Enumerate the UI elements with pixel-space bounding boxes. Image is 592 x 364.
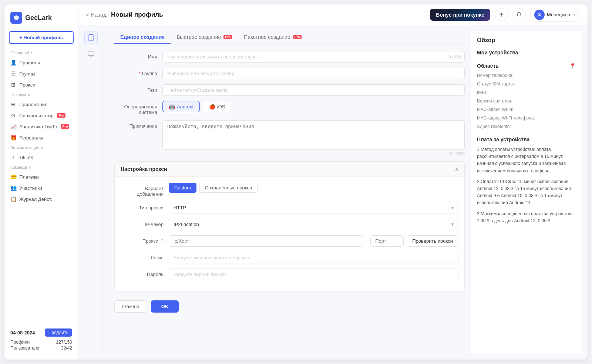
proxy-section-body: Вариант добавления Custom Сохраненные пр… [115, 177, 464, 291]
sync-pro-badge: Pro [57, 113, 65, 118]
promo-banner[interactable]: Бонус при покупке [430, 9, 490, 21]
new-profile-button[interactable]: + Новый профиль [9, 31, 74, 44]
sync-icon: ⊙ [10, 112, 16, 118]
sidebar-item-referrals[interactable]: 🎁 Рефералы [4, 132, 78, 143]
proxy-type-label: Тип прокси [121, 202, 169, 210]
back-link[interactable]: < Назад [86, 11, 107, 18]
custom-method-btn[interactable]: Custom [169, 183, 196, 193]
sidebar-item-proxy[interactable]: ⊞ Прокси [4, 79, 78, 90]
os-android-btn[interactable]: 🤖 Android [162, 101, 200, 112]
group-row: Группа [114, 68, 465, 79]
group-input[interactable] [162, 68, 465, 79]
logo-text: GeeLark [25, 14, 52, 22]
sidebar-item-tiktok[interactable]: ♪ TikTok [4, 152, 78, 163]
device-tab-desktop[interactable] [84, 47, 98, 61]
user-menu-chevron: ▼ [572, 13, 576, 17]
content-area: < Назад / Новый профиль Бонус при покупк… [78, 4, 588, 360]
os-buttons: 🤖 Android 🍎 iOS [162, 101, 465, 112]
os-row: Операционнаясистема 🤖 Android 🍎 iOS [114, 101, 465, 115]
proxy-icon: ⊞ [10, 82, 16, 88]
ip-checker-row: IP-чекер IP2Location ipinfo.io ip-api.co… [121, 219, 458, 230]
login-control [169, 252, 458, 263]
sidebar-stats: Профили 127/150 Пользователи 39/42 [10, 340, 72, 351]
add-method-label: Вариант добавления [121, 183, 169, 197]
proxy-help-icon[interactable]: ? [161, 238, 164, 244]
tab-quick-creation[interactable]: Быстрое создание Pro [171, 31, 238, 44]
payments-icon: 💳 [10, 174, 16, 180]
tab-single-creation[interactable]: Единое создание [114, 31, 171, 44]
my-devices-title: Мои устройства [477, 50, 576, 55]
profiles-icon: 👤 [10, 60, 16, 65]
activity-icon: 📋 [10, 196, 16, 202]
group-control [162, 68, 465, 79]
proxy-section-header[interactable]: Настройка прокси ∧ [115, 162, 464, 177]
referrals-icon: 🎁 [10, 135, 16, 141]
ok-button[interactable]: OK [151, 300, 179, 313]
notes-textarea[interactable] [162, 120, 465, 150]
location-icon: 📍 [569, 63, 576, 69]
login-input[interactable] [169, 252, 458, 263]
os-version-row: Версия системы: [477, 98, 576, 104]
proxy-port-input[interactable] [370, 235, 404, 247]
notifications-button[interactable] [512, 8, 526, 21]
sidebar-item-profiles[interactable]: 👤 Профили [4, 57, 78, 68]
wifi-mac-row: MAC-адрес Wi-Fi: [477, 107, 576, 112]
proxy-collapse-icon: ∧ [455, 166, 458, 172]
name-row: Имя 0 / 100 [114, 51, 465, 63]
top-header: < Назад / Новый профиль Бонус при покупк… [78, 4, 588, 25]
wifi-mac-phone-row: MAC-адрес Wi-Fi телефона: [477, 115, 576, 121]
phone-number-row: Номер телефона: [477, 73, 576, 78]
password-control [169, 269, 458, 280]
quick-pro-badge: Pro [223, 35, 232, 39]
region-title: Область 📍 [477, 63, 576, 69]
wifi-mac-label: MAC-адрес Wi-Fi: [477, 107, 513, 112]
name-input[interactable] [162, 51, 465, 63]
tags-input[interactable] [162, 84, 465, 96]
proxy-host-input[interactable] [169, 235, 363, 247]
os-ios-btn[interactable]: 🍎 iOS [203, 101, 232, 112]
sim-status-row: Статус SIM-карты: [477, 81, 576, 87]
tab-batch-creation[interactable]: Пакетное создание Pro [238, 31, 307, 44]
sidebar-item-analytics[interactable]: 📈 Аналитика ТикТо Pro [4, 121, 78, 132]
sidebar-date: 04-08-2024 [10, 330, 35, 336]
os-label: Операционнаясистема [114, 101, 162, 115]
main-body: Единое создание Быстрое создание Pro Пак… [78, 25, 588, 360]
right-panel: Обзор Мои устройства Область 📍 Номер тел… [471, 31, 582, 354]
sidebar-section-automation: Автоматизация ∧ [4, 143, 78, 152]
saved-method-btn[interactable]: Сохраненные прокси [199, 183, 258, 193]
sidebar-item-payments[interactable]: 💳 Платежи [4, 171, 78, 182]
user-menu-button[interactable]: Менеджер ▼ [530, 8, 580, 22]
sidebar-item-sync[interactable]: ⊙ Синхронизатор Pro [4, 110, 78, 121]
sidebar-item-members[interactable]: 👥 Участники [4, 182, 78, 193]
check-proxy-button[interactable]: Проверить прокси [407, 235, 458, 247]
bluetooth-label: Адрес Bluetooth: [477, 124, 511, 129]
sidebar-item-groups[interactable]: ☰ Группы [4, 68, 78, 79]
proxy-host-row: Прокси ? : Проверить прокси [121, 235, 458, 247]
login-row: Логин [121, 252, 458, 263]
password-input[interactable] [169, 269, 458, 280]
notes-control: 0 / 1500 [162, 120, 465, 156]
password-row: Пароль [121, 269, 458, 280]
profiles-stat: Профили 127/150 [10, 340, 72, 345]
cancel-button[interactable]: Отмена [114, 300, 147, 313]
ip-checker-select[interactable]: IP2Location ipinfo.io ip-api.com [169, 219, 458, 230]
password-label: Пароль [121, 269, 169, 277]
tags-row: Теги [114, 84, 465, 96]
members-icon: 👥 [10, 185, 16, 191]
renew-button[interactable]: Продлить [45, 328, 72, 337]
logo-icon [10, 12, 22, 24]
analytics-pro-badge: Pro [61, 124, 69, 129]
header-right: Бонус при покупке [430, 8, 580, 22]
device-tab-phone[interactable] [84, 31, 98, 44]
sidebar-item-apps[interactable]: ⊞ Приложения [4, 99, 78, 110]
proxy-host-control: : Проверить прокси [169, 235, 458, 247]
upload-button[interactable] [495, 8, 508, 21]
name-label: Имя [114, 51, 162, 60]
sidebar-item-activity[interactable]: 📋 Журнал Дейст... [4, 193, 78, 205]
proxy-type-select[interactable]: HTTP HTTPS SOCKS5 [169, 202, 458, 213]
groups-icon: ☰ [10, 71, 16, 77]
sidebar-section-finds: Находки ∧ [4, 90, 78, 99]
apple-icon: 🍎 [209, 104, 215, 109]
add-method-row: Вариант добавления Custom Сохраненные пр… [121, 183, 458, 197]
notes-label: Примечание [114, 120, 162, 129]
